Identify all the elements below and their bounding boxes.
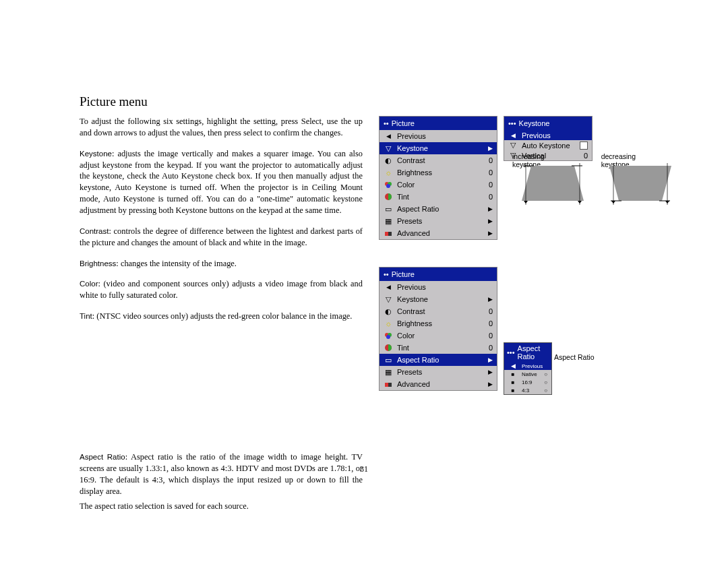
menu-item-tint: Tint0 [380, 191, 497, 203]
intro-paragraph: To adjust the following six settings, hi… [80, 116, 363, 139]
svg-marker-13 [609, 166, 671, 201]
menu-item-keystone: ▽Keystone▶ [380, 142, 497, 154]
osd-picture-menu-2: ••Picture ◀Previous ▽Keystone▶ ◐Contrast… [379, 267, 497, 391]
osd-aspect-ratio-submenu: •••Aspect Ratio ◀Previous ■Native○ ■16:9… [504, 342, 552, 395]
osd-menu-header: ••Picture [380, 117, 497, 130]
svg-marker-18 [611, 201, 615, 204]
increasing-keystone-icon [519, 162, 586, 209]
page-number: 31 [360, 464, 368, 474]
svg-marker-12 [578, 201, 582, 204]
svg-rect-25 [385, 383, 388, 387]
svg-marker-19 [665, 201, 669, 204]
keystone-paragraph: Keystone: adjusts the image vertically a… [80, 148, 363, 216]
osd-picture-menu-1: ••Picture ◀Previous ▽Keystone▶ ◐Contrast… [379, 116, 497, 240]
aspect-ratio-caption: Aspect Ratio [554, 353, 595, 361]
page-heading: Picture menu [80, 94, 651, 109]
svg-marker-6 [522, 166, 584, 201]
menu-item-aspect-ratio: ▭Aspect Ratio▶ [380, 203, 497, 215]
decreasing-keystone-icon [607, 162, 674, 209]
menu-item-brightness: ☼Brightness0 [380, 166, 497, 179]
body-text-column: To adjust the following six settings, hi… [80, 116, 363, 391]
tint-paragraph: Tint: (NTSC video sources only) adjusts … [80, 311, 363, 322]
figures-column: ••Picture ◀Previous ▽Keystone▶ ◐Contrast… [379, 116, 651, 391]
menu-item-color: Color0 [380, 179, 497, 191]
svg-point-22 [386, 335, 390, 339]
svg-point-2 [386, 184, 390, 188]
aspect-ratio-text: Aspect Ratio: Aspect ratio is the ratio … [80, 451, 363, 512]
contrast-paragraph: Contrast: controls the degree of differe… [80, 226, 363, 249]
menu-item-presets: ▦Presets▶ [380, 215, 497, 227]
menu-item-previous: ◀Previous [380, 130, 497, 142]
svg-rect-5 [385, 232, 388, 236]
menu-item-contrast: ◐Contrast0 [380, 154, 497, 166]
keystone-diagrams [519, 162, 674, 209]
menu-item-advanced: Advanced▶ [380, 227, 497, 239]
brightness-paragraph: Brightness: changes the intensity of the… [80, 258, 363, 270]
color-paragraph: Color: (video and component sources only… [80, 278, 363, 301]
svg-marker-11 [524, 201, 528, 204]
document-page: Picture menu To adjust the following six… [0, 0, 728, 562]
